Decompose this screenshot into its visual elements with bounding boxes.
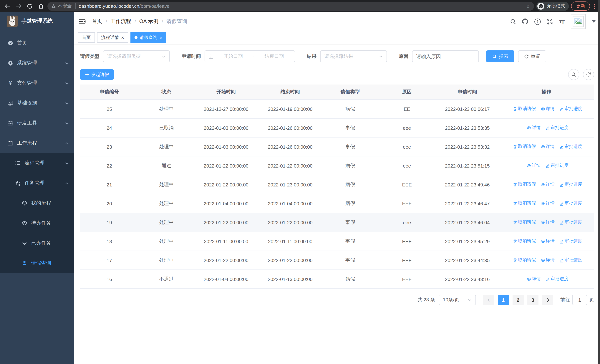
sidebar-item-done-tasks[interactable]: 已办任务	[0, 233, 74, 253]
cell-apply-id: 16	[80, 270, 139, 289]
detail-link[interactable]: 详情	[541, 106, 555, 112]
approval-progress-link[interactable]: 审批进度	[559, 200, 582, 207]
cancel-leave-link[interactable]: 取消请假	[513, 200, 536, 207]
chevron-down-icon	[65, 161, 69, 165]
sidebar-item-infrastructure[interactable]: 基础设施	[0, 93, 74, 113]
cancel-leave-link[interactable]: 取消请假	[513, 219, 536, 225]
cancel-leave-link[interactable]: 取消请假	[513, 181, 536, 188]
detail-link[interactable]: 详情	[541, 144, 555, 150]
browser-menu-button[interactable]	[592, 3, 596, 9]
page-size-select[interactable]: 10条/页	[439, 295, 476, 305]
table-header-row: 申请编号 状态 开始时间 结束时间 请假类型 原因 申请时间 操作	[80, 84, 594, 100]
detail-link[interactable]: 详情	[527, 276, 541, 282]
sidebar-item-task-management[interactable]: 任务管理	[0, 173, 74, 193]
sidebar-item-my-process[interactable]: 我的流程	[0, 193, 74, 213]
approval-progress-link[interactable]: 审批进度	[545, 125, 569, 131]
cell-start-time: 2021-12-27 00:00:00	[194, 100, 258, 118]
close-icon[interactable]: ×	[121, 35, 124, 40]
tab-home[interactable]: 首页	[78, 32, 95, 43]
browser-back-button[interactable]	[3, 2, 12, 10]
sidebar-item-todo-tasks[interactable]: 待办任务	[0, 213, 74, 233]
tab-leave-query[interactable]: 请假查询 ×	[130, 32, 166, 43]
next-page-button[interactable]	[542, 295, 553, 305]
apply-time-range-picker[interactable]: 开始日期 - 结束日期	[205, 50, 295, 62]
sidebar-item-process-management[interactable]: 流程管理	[0, 153, 74, 173]
address-bar[interactable]: 不安全 dashboard.yudao.iocoder.cn/bpm/oa/le…	[47, 2, 534, 10]
browser-reload-button[interactable]	[25, 2, 34, 10]
sidebar-fold-button[interactable]	[79, 18, 87, 26]
trash-icon	[513, 107, 517, 111]
reset-button[interactable]: 重置	[518, 50, 546, 62]
prev-page-button[interactable]	[483, 295, 494, 305]
goto-page-input[interactable]	[572, 295, 587, 305]
sidebar-item-system[interactable]: 系统管理	[0, 53, 74, 73]
cell-status: 处理中	[139, 100, 194, 118]
cancel-leave-link[interactable]: 取消请假	[513, 257, 536, 263]
task-flow-icon	[15, 180, 21, 186]
detail-link[interactable]: 详情	[541, 181, 555, 188]
header-search-button[interactable]	[510, 18, 516, 25]
cell-leave-type: 事假	[322, 137, 378, 156]
sidebar-item-workflow[interactable]: 工作流程	[0, 133, 74, 153]
table-row: 16 不通过 2022-01-04 00:00:00 2022-01-13 00…	[80, 270, 594, 289]
cancel-leave-link[interactable]: 取消请假	[513, 238, 536, 244]
reason-input[interactable]	[412, 50, 479, 62]
cell-apply-time: 2022-01-22 23:51:15	[436, 156, 499, 175]
page-button-1[interactable]: 1	[498, 295, 509, 305]
cancel-leave-link[interactable]: 取消请假	[513, 144, 536, 150]
approval-progress-link[interactable]: 审批进度	[559, 257, 582, 263]
approval-progress-link[interactable]: 审批进度	[559, 144, 582, 150]
refresh-table-button[interactable]	[583, 69, 594, 80]
fullscreen-button[interactable]	[546, 18, 553, 25]
detail-link[interactable]: 详情	[541, 219, 555, 225]
cell-apply-time: 2022-01-22 23:43:16	[436, 270, 499, 289]
sidebar-item-leave-query[interactable]: 请假查询	[0, 253, 74, 273]
approval-progress-link[interactable]: 审批进度	[559, 238, 582, 244]
page-button-2[interactable]: 2	[513, 295, 524, 305]
approval-progress-link[interactable]: 审批进度	[559, 106, 582, 112]
breadcrumb-workflow[interactable]: 工作流程	[111, 18, 131, 25]
browser-update-button[interactable]: 更新	[571, 1, 590, 11]
page-button-3[interactable]: 3	[527, 295, 538, 305]
close-icon[interactable]: ×	[159, 35, 162, 40]
browser-forward-button[interactable]	[14, 2, 23, 10]
avatar[interactable]	[571, 14, 586, 29]
browser-home-button[interactable]	[36, 2, 45, 10]
help-button[interactable]: ?	[534, 18, 541, 25]
sidebar-item-payment[interactable]: ¥ 支付管理	[0, 73, 74, 93]
detail-link[interactable]: 详情	[541, 257, 555, 263]
detail-link[interactable]: 详情	[541, 200, 555, 207]
search-button[interactable]: 搜索	[486, 50, 514, 62]
tab-process-detail[interactable]: 流程详情 ×	[97, 32, 128, 43]
sidebar-item-devtools[interactable]: 研发工具	[0, 113, 74, 133]
avatar-dropdown-caret[interactable]	[592, 20, 596, 23]
table-row: 22 通过 2022-01-22 00:00:00 2022-01-22 00:…	[80, 156, 594, 175]
breadcrumb-oa-example[interactable]: OA 示例	[139, 18, 159, 25]
app-logo[interactable]: 芋道管理系统	[0, 12, 74, 30]
detail-link[interactable]: 详情	[541, 238, 555, 244]
cancel-leave-link[interactable]: 取消请假	[513, 106, 536, 112]
bookmark-star-icon[interactable]: ☆	[526, 3, 530, 9]
cell-leave-type: 事假	[322, 213, 378, 232]
detail-link[interactable]: 详情	[527, 163, 541, 169]
breadcrumb-current: 请假查询	[166, 18, 187, 25]
result-select[interactable]: 请选择流结果	[320, 50, 387, 62]
sidebar-item-home[interactable]: 首页	[0, 33, 74, 53]
approval-progress-link[interactable]: 审批进度	[545, 163, 569, 169]
table-row: 20 处理中 2022-01-04 00:00:00 2022-01-04 00…	[80, 194, 594, 213]
fullscreen-icon	[546, 18, 553, 25]
leave-type-select[interactable]: 请选择请假类型	[103, 50, 170, 62]
show-search-toggle-button[interactable]	[568, 69, 579, 80]
font-size-button[interactable]: TT	[559, 18, 565, 25]
approval-progress-link[interactable]: 审批进度	[545, 276, 569, 282]
pen-icon	[559, 258, 564, 262]
detail-link[interactable]: 详情	[527, 125, 541, 131]
cell-end-time: 2022-01-26 00:00:00	[258, 118, 322, 137]
security-chip[interactable]: 不安全	[51, 3, 75, 9]
approval-progress-link[interactable]: 审批进度	[559, 219, 582, 225]
github-link[interactable]	[522, 18, 528, 25]
approval-progress-link[interactable]: 审批进度	[559, 181, 582, 188]
breadcrumb-home[interactable]: 首页	[92, 18, 102, 25]
create-leave-button[interactable]: 发起请假	[80, 69, 114, 80]
browser-scrollbar[interactable]	[598, 0, 600, 364]
